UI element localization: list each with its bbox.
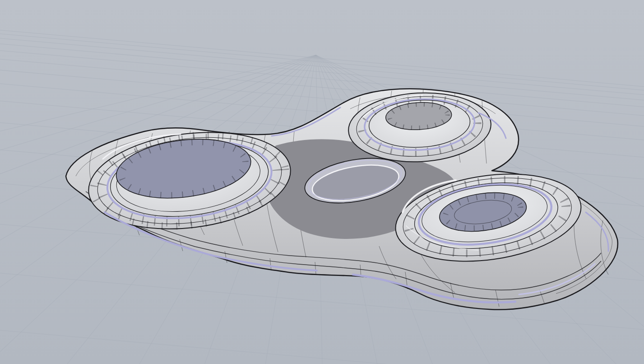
3d-viewport[interactable] xyxy=(0,0,644,364)
scene-canvas xyxy=(0,0,644,364)
